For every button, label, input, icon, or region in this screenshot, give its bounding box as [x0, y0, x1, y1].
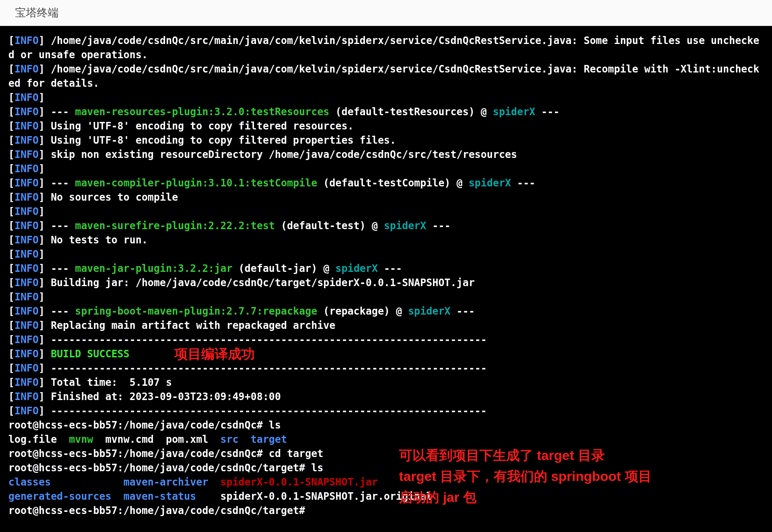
maven-plugin: maven-surefire-plugin:2.22.2:test	[75, 220, 275, 232]
info-tag: INFO	[14, 391, 39, 403]
info-tag: INFO	[14, 206, 39, 217]
terminal-line: Using 'UTF-8' encoding to copy filtered …	[45, 134, 396, 146]
info-tag: INFO	[14, 248, 39, 260]
info-tag: INFO	[14, 362, 39, 374]
project-name: spiderX	[384, 220, 426, 232]
header-title: 宝塔终端	[15, 5, 59, 20]
info-tag: INFO	[14, 149, 39, 160]
terminal-line: No tests to run.	[45, 234, 148, 246]
terminal-line: Using 'UTF-8' encoding to copy filtered …	[45, 120, 354, 132]
shell-command: ls	[269, 419, 281, 431]
project-name: spiderX	[408, 305, 451, 317]
info-tag: INFO	[14, 320, 39, 331]
info-tag: INFO	[14, 277, 39, 289]
ls-item: mvnw.cmd pom.xml	[93, 434, 220, 445]
shell-command: ls	[311, 462, 323, 474]
info-tag: INFO	[14, 134, 39, 146]
terminal-line: Total time: 5.107 s	[45, 377, 172, 388]
info-tag: INFO	[14, 177, 39, 189]
terminal-header: 宝塔终端	[0, 0, 772, 26]
shell-prompt: root@hcss-ecs-bb57:/home/java/code/csdnQ…	[8, 448, 269, 460]
info-tag: INFO	[14, 163, 39, 175]
project-name: spiderX	[469, 177, 511, 189]
info-tag: INFO	[14, 405, 39, 417]
terminal-line: skip non existing resourceDirectory /hom…	[45, 149, 517, 160]
terminal-line: Replacing main artifact with repackaged …	[45, 320, 336, 331]
ls-item-dir: maven-status	[124, 491, 196, 502]
info-tag: INFO	[14, 191, 39, 203]
info-tag: INFO	[14, 305, 39, 317]
shell-command: cd target	[269, 448, 323, 460]
annotation-target-dir: 可以看到项目下生成了 target 目录target 目录下，有我们的 spri…	[399, 445, 652, 508]
info-tag: INFO	[14, 291, 39, 303]
terminal-line: No sources to compile	[45, 191, 178, 203]
project-name: spiderX	[335, 263, 378, 274]
info-tag: INFO	[14, 377, 39, 388]
info-tag: INFO	[14, 348, 39, 360]
ls-item-jar: spiderX-0.0.1-SNAPSHOT.jar	[220, 476, 378, 488]
info-tag: INFO	[14, 220, 39, 232]
ls-item-dir: classes	[8, 476, 51, 488]
shell-prompt: root@hcss-ecs-bb57:/home/java/code/csdnQ…	[8, 462, 311, 474]
maven-plugin: spring-boot-maven-plugin:2.7.7:repackage	[75, 305, 317, 317]
project-name: spiderX	[493, 106, 535, 118]
info-tag: INFO	[14, 35, 39, 46]
terminal-line: Finished at: 2023-09-03T23:09:49+08:00	[45, 391, 281, 403]
info-tag: INFO	[14, 334, 39, 346]
shell-prompt: root@hcss-ecs-bb57:/home/java/code/csdnQ…	[8, 505, 311, 517]
info-tag: INFO	[14, 106, 39, 118]
build-success: BUILD SUCCESS	[51, 348, 130, 360]
divider-line: ----------------------------------------…	[45, 362, 487, 374]
info-tag: INFO	[14, 234, 39, 246]
maven-plugin: maven-compiler-plugin:3.10.1:testCompile	[75, 177, 317, 189]
ls-item-dir: src	[220, 434, 238, 445]
ls-item-dir: target	[251, 434, 287, 445]
divider-line: ----------------------------------------…	[45, 405, 487, 417]
info-tag: INFO	[14, 63, 39, 75]
shell-prompt: root@hcss-ecs-bb57:/home/java/code/csdnQ…	[8, 419, 269, 431]
terminal-line: /home/java/code/csdnQc/src/main/java/com…	[8, 35, 759, 61]
info-tag: INFO	[14, 92, 39, 103]
info-tag: INFO	[14, 120, 39, 132]
terminal-line: /home/java/code/csdnQc/src/main/java/com…	[8, 63, 759, 89]
maven-plugin: maven-jar-plugin:3.2.2:jar	[75, 263, 233, 274]
terminal-body[interactable]: [INFO] /home/java/code/csdnQc/src/main/j…	[0, 26, 772, 532]
annotation-build-success: 项目编译成功	[174, 347, 255, 361]
maven-plugin: maven-resources-plugin:3.2.0:testResourc…	[75, 106, 329, 118]
ls-item: log.file	[8, 434, 69, 445]
ls-item-exec: mvnw	[69, 434, 93, 445]
ls-item-dir: maven-archiver	[124, 476, 208, 488]
divider-line: ----------------------------------------…	[45, 334, 487, 346]
terminal-line: Building jar: /home/java/code/csdnQc/tar…	[45, 277, 475, 289]
info-tag: INFO	[14, 263, 39, 274]
ls-item-dir: generated-sources	[8, 491, 111, 502]
